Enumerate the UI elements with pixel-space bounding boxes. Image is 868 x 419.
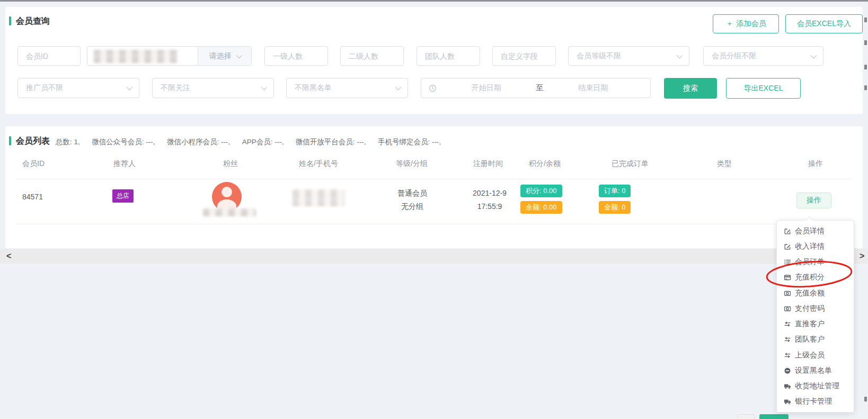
avatar-head-shape (222, 187, 232, 197)
menu-item-upline-member[interactable]: 上级会员 (777, 347, 854, 363)
section-accent-bar (9, 16, 11, 25)
clock-icon (429, 84, 437, 92)
reg-date: 2021-12-9 (466, 187, 513, 200)
menu-item-member-orders[interactable]: 会员订单 (777, 255, 854, 270)
card-icon (784, 274, 791, 281)
excel-import-button[interactable]: 会员EXCEL导入 (785, 14, 863, 33)
member-id-input[interactable] (17, 46, 81, 66)
orders-badge: 订单: 0 (599, 185, 631, 197)
menu-item-direct-customers[interactable]: 直推客户 (777, 317, 854, 332)
referrer-badge: 总店 (112, 189, 134, 203)
menu-item-team-customers[interactable]: 团队客户 (777, 332, 854, 347)
scroll-left-chevron-icon[interactable]: < (6, 250, 11, 262)
menu-item-member-detail[interactable]: 会员详情 (777, 223, 854, 239)
member-level-select[interactable]: 会员等级不限 (568, 46, 689, 66)
keyword-input[interactable] (87, 47, 198, 65)
level2-count-input[interactable] (340, 46, 404, 66)
col-type: 类型 (717, 159, 732, 169)
scroll-right-chevron-icon[interactable]: > (860, 250, 864, 262)
stat-open-platform: 微信开放平台会员: ---, (296, 138, 366, 146)
cell-level-group: 普通会员 无分组 (388, 187, 436, 213)
team-count-input[interactable] (417, 46, 480, 66)
member-group-select[interactable]: 会员分组不限 (703, 46, 823, 66)
screen-edge-artifact (864, 397, 867, 401)
col-reg-time: 注册时间 (473, 159, 503, 169)
redacted-name-phone (293, 189, 344, 206)
member-query-card: 会员查询 ＋ 添加会员 会员EXCEL导入 请选择 会员等级不限 (5, 7, 863, 114)
avatar[interactable] (212, 182, 242, 212)
menu-item-income-detail[interactable]: 收入详情 (777, 239, 854, 254)
redacted-fans-caption (203, 208, 256, 216)
keyword-combo[interactable]: 请选择 (87, 46, 252, 66)
banknote-icon (784, 290, 791, 297)
table-header-divider (16, 179, 852, 179)
query-title: 会员查询 (16, 16, 50, 27)
menu-item-recharge-balance[interactable]: 充值余额 (777, 285, 854, 301)
table-row-divider (16, 224, 852, 224)
menu-item-bank-cards[interactable]: 银行卡管理 (777, 394, 854, 409)
date-end-placeholder: 结束日期 (544, 83, 643, 93)
keyword-type-select[interactable]: 请选择 (198, 47, 251, 65)
menu-item-recharge-points[interactable]: 充值积分 (777, 270, 854, 285)
member-list-card: 会员列表 总数: 1, 微信公众号会员: ---, 微信小程序会员: ---, … (5, 126, 863, 248)
cutoff-confirm-button[interactable] (759, 414, 789, 419)
keyword-type-placeholder: 请选择 (209, 51, 232, 61)
row-action-button[interactable]: 操作 (796, 193, 831, 208)
truck-icon (784, 382, 791, 390)
date-start-placeholder: 开始日期 (437, 83, 536, 93)
truck-icon (784, 398, 791, 405)
cell-reg-time: 2021-12-9 17:55:9 (466, 187, 513, 213)
reg-time: 17:55:9 (466, 200, 513, 213)
search-button[interactable]: 搜索 (664, 78, 717, 99)
blacklist-filter-select[interactable]: 不限黑名单 (286, 78, 408, 98)
screen-edge-artifact (864, 40, 867, 45)
plus-icon: ＋ (726, 19, 733, 29)
export-excel-button[interactable]: 导出EXCEL (726, 78, 801, 99)
window-top-border (0, 0, 868, 2)
date-range-picker[interactable]: 开始日期 至 结束日期 (421, 78, 651, 98)
chevron-down-icon (261, 84, 267, 90)
cell-points-balance: 积分: 0.00 余额: 0.00 (520, 185, 562, 214)
list-title: 会员列表 (16, 136, 50, 147)
member-level: 普通会员 (388, 187, 436, 200)
stat-total: 总数: 1, (56, 138, 80, 146)
col-actions: 操作 (808, 159, 823, 169)
section-accent-bar (9, 136, 11, 145)
list-stats: 总数: 1, 微信公众号会员: ---, 微信小程序会员: ---, APP会员… (56, 137, 450, 147)
cell-member-id: 84571 (22, 193, 43, 201)
menu-item-pay-password[interactable]: 支付密码 (777, 301, 854, 316)
search-label: 搜索 (683, 84, 698, 93)
member-group-placeholder: 会员分组不限 (712, 51, 756, 61)
horizontal-scrollbar[interactable] (0, 249, 868, 264)
member-group: 无分组 (388, 200, 436, 213)
edit-icon (784, 243, 791, 250)
follow-filter-select[interactable]: 不限关注 (152, 78, 274, 98)
promoter-placeholder: 推广员不限 (26, 83, 63, 93)
add-member-button[interactable]: ＋ 添加会员 (713, 14, 779, 33)
stat-app: APP会员: ---, (242, 138, 284, 146)
excel-import-label: 会员EXCEL导入 (797, 19, 851, 29)
chevron-down-icon (127, 84, 132, 90)
chevron-down-icon (677, 52, 683, 58)
amount-badge: 金额: 0 (599, 201, 631, 214)
col-name-phone: 姓名/手机号 (299, 159, 338, 169)
swap-icon (784, 352, 791, 359)
chevron-down-icon (811, 52, 817, 58)
cell-completed-orders: 订单: 0 金额: 0 (599, 185, 631, 214)
promoter-select[interactable]: 推广员不限 (17, 78, 139, 98)
screen-edge-artifact (864, 85, 867, 90)
level1-count-input[interactable] (264, 46, 328, 66)
blacklist-placeholder: 不限黑名单 (295, 83, 332, 93)
cutoff-cancel-button[interactable] (737, 414, 755, 419)
col-points-balance: 积分/余额 (529, 159, 561, 169)
add-member-label: 添加会员 (737, 19, 766, 29)
stat-wechat-official: 微信公众号会员: ---, (92, 138, 155, 146)
redacted-keyword-value (94, 50, 178, 63)
edit-icon (784, 228, 791, 235)
menu-item-set-blacklist[interactable]: 设置黑名单 (777, 363, 854, 378)
banknote-icon (784, 305, 791, 312)
custom-field-input[interactable] (492, 46, 556, 66)
menu-item-shipping-address[interactable]: 收货地址管理 (777, 379, 854, 394)
list-icon (784, 258, 791, 266)
member-admin-page: 会员查询 ＋ 添加会员 会员EXCEL导入 请选择 会员等级不限 (0, 0, 868, 419)
